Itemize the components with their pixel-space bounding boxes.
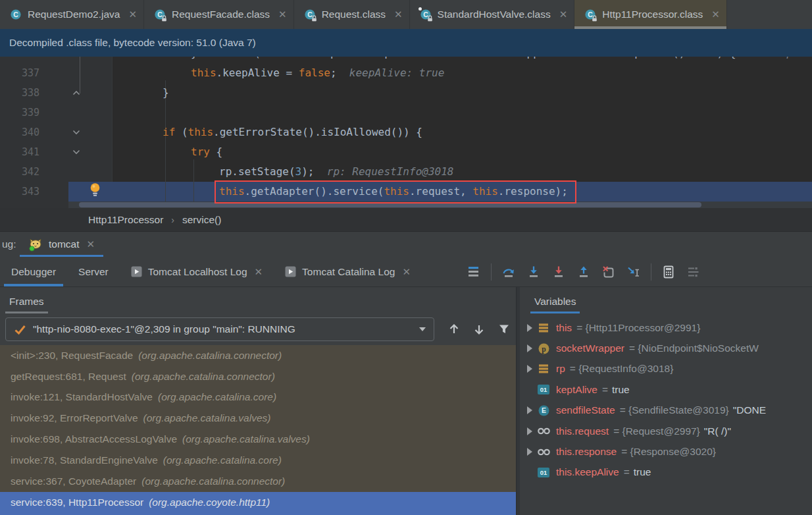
step-into-button[interactable] — [523, 262, 544, 282]
lock-icon — [161, 15, 167, 22]
stack-frame-row[interactable]: invoke:78, StandardEngineValve(org.apach… — [0, 450, 516, 471]
force-step-into-button[interactable] — [548, 262, 569, 282]
close-icon[interactable]: ✕ — [255, 266, 263, 278]
debug-session-bar: ug: tomcat ✕ — [0, 232, 812, 257]
expand-arrow-icon[interactable] — [522, 324, 537, 332]
code-text: } — [163, 83, 169, 103]
editor-tab[interactable]: CRequest.class✕ — [294, 0, 410, 29]
previous-frame-button[interactable] — [445, 320, 463, 339]
stack-frame-row[interactable]: getRequest:681, Request(org.apache.catal… — [0, 366, 516, 387]
tool-tab-tomcat-localhost-log[interactable]: Tomcat Localhost Log✕ — [120, 257, 274, 286]
stack-frame-row[interactable]: invoke:121, StandardHostValve(org.apache… — [0, 387, 516, 408]
close-icon[interactable]: ✕ — [278, 9, 287, 20]
variable-row[interactable]: psocketWrapper= {NioEndpoint$NioSocketW — [520, 338, 812, 358]
tab-variables[interactable]: Variables — [530, 290, 580, 313]
variable-row[interactable]: EsendfileState= {SendfileState@3019}"DON… — [520, 400, 812, 421]
variable-name: sendfileState — [556, 404, 615, 416]
step-over-button[interactable] — [498, 262, 519, 282]
fold-marker-icon[interactable] — [72, 57, 79, 63]
line-number: 339 — [0, 103, 39, 122]
stack-frame-row[interactable]: invoke:92, ErrorReportValve(org.apache.c… — [0, 408, 516, 429]
decompiled-banner: Decompiled .class file, bytecode version… — [0, 29, 812, 57]
variable-value: = — [624, 466, 630, 478]
variable-value: = {RequestInfo@3018} — [570, 363, 674, 375]
stack-frame-row[interactable]: service:639, Http11Processor(org.apache.… — [0, 492, 516, 515]
code-editor[interactable]: 336} else if (this.maxKeepAliveRequests … — [0, 57, 812, 208]
close-icon[interactable]: ✕ — [711, 9, 720, 20]
banner-text: Decompiled .class file, bytecode version… — [9, 37, 256, 49]
variable-name: this.keepAlive — [556, 466, 619, 478]
thread-dropdown[interactable]: "http-nio-8080-exec-1"@2,309 in group "m… — [5, 317, 434, 341]
layout-settings-button[interactable] — [683, 262, 704, 282]
frames-panel: Frames "http-nio-8080-exec-1"@2,309 in g… — [0, 287, 516, 515]
line-number: 337 — [0, 63, 39, 83]
variable-type-watch-icon — [537, 448, 550, 456]
close-icon[interactable]: ✕ — [87, 238, 95, 250]
expand-arrow-icon[interactable] — [522, 365, 537, 373]
tab-frames[interactable]: Frames — [5, 290, 48, 313]
variable-value: = {NioEndpoint$NioSocketW — [629, 342, 759, 354]
session-tab-label: tomcat — [49, 238, 80, 250]
step-out-icon — [576, 265, 591, 279]
frame-location: invoke:78, StandardEngineValve — [11, 454, 158, 466]
next-frame-button[interactable] — [470, 320, 488, 339]
close-icon[interactable]: ✕ — [559, 9, 568, 20]
svg-text:p: p — [542, 344, 546, 353]
editor-tab[interactable]: CStandardHostValve.class✕ — [410, 0, 575, 29]
class-icon: C — [304, 9, 316, 20]
variable-literal: "R( /)" — [704, 425, 731, 437]
variable-value: = {Response@3020} — [621, 446, 716, 458]
editor-tab[interactable]: CHttp11Processor.class✕ — [574, 0, 727, 29]
stack-frame-row[interactable]: <init>:230, RequestFacade(org.apache.cat… — [0, 345, 516, 366]
fold-marker-icon[interactable] — [72, 83, 80, 103]
fold-marker-icon[interactable] — [72, 122, 80, 142]
stack-frame-row[interactable]: service:367, CoyoteAdapter(org.apache.ca… — [0, 471, 516, 492]
debug-session-tab-tomcat[interactable]: tomcat ✕ — [20, 232, 103, 257]
expand-arrow-icon[interactable] — [522, 427, 537, 435]
run-to-cursor-icon — [626, 265, 641, 279]
line-number: 343 — [0, 182, 39, 202]
close-icon[interactable]: ✕ — [394, 9, 403, 20]
variable-row[interactable]: rp= {RequestInfo@3018} — [520, 359, 812, 379]
variable-row[interactable]: this= {Http11Processor@2991} — [520, 317, 812, 338]
run-to-cursor-button[interactable] — [623, 262, 644, 282]
frame-location: service:367, CoyoteAdapter — [11, 475, 136, 487]
variable-row[interactable]: 01this.keepAlive=true — [520, 462, 812, 483]
variable-row[interactable]: this.request= {Request@2997}"R( /)" — [520, 421, 812, 441]
evaluate-expression-button[interactable] — [658, 262, 679, 282]
options-menu-button[interactable] — [463, 262, 484, 282]
variable-literal: "DONE — [733, 404, 766, 416]
expand-arrow-icon[interactable] — [522, 448, 537, 456]
chevron-down-icon — [419, 327, 426, 331]
breadcrumb-class[interactable]: Http11Processor — [88, 214, 163, 226]
expand-arrow-icon[interactable] — [522, 344, 537, 352]
frames-list: <init>:230, RequestFacade(org.apache.cat… — [0, 345, 516, 515]
toolbar-separator — [651, 263, 651, 281]
variable-row[interactable]: this.response= {Response@3020} — [520, 441, 812, 462]
tool-tab-server[interactable]: Server — [67, 257, 120, 286]
drop-frame-button[interactable] — [598, 262, 619, 282]
variable-name: socketWrapper — [556, 342, 624, 354]
step-into-icon — [526, 265, 541, 279]
close-icon[interactable]: ✕ — [402, 266, 411, 278]
filter-frames-button[interactable] — [495, 320, 513, 339]
frame-location: getRequest:681, Request — [11, 371, 126, 383]
code-line: 339 — [0, 103, 812, 122]
variable-row[interactable]: 01keptAlive=true — [520, 379, 812, 400]
tool-tab-label: Debugger — [11, 266, 56, 278]
tool-tab-debugger[interactable]: Debugger — [0, 257, 67, 286]
editor-tab[interactable]: CRequestFacade.class✕ — [144, 0, 294, 29]
breadcrumb-method[interactable]: service() — [182, 214, 221, 226]
variable-literal: true — [634, 466, 651, 478]
code-line: 338} — [0, 83, 812, 103]
close-icon[interactable]: ✕ — [128, 9, 137, 20]
fold-marker-icon[interactable] — [72, 142, 80, 162]
expand-arrow-icon[interactable] — [522, 406, 537, 414]
step-out-button[interactable] — [573, 262, 594, 282]
tool-tab-tomcat-catalina-log[interactable]: Tomcat Catalina Log✕ — [274, 257, 422, 286]
debug-content: Frames "http-nio-8080-exec-1"@2,309 in g… — [0, 287, 812, 515]
stack-frame-row[interactable]: invoke:698, AbstractAccessLogValve(org.a… — [0, 429, 516, 450]
intention-bulb-icon[interactable] — [88, 182, 102, 198]
editor-tab[interactable]: CRequestDemo2.java✕ — [0, 0, 144, 29]
code-text: } else if (this.maxKeepAliveRequests > 0… — [191, 57, 812, 63]
